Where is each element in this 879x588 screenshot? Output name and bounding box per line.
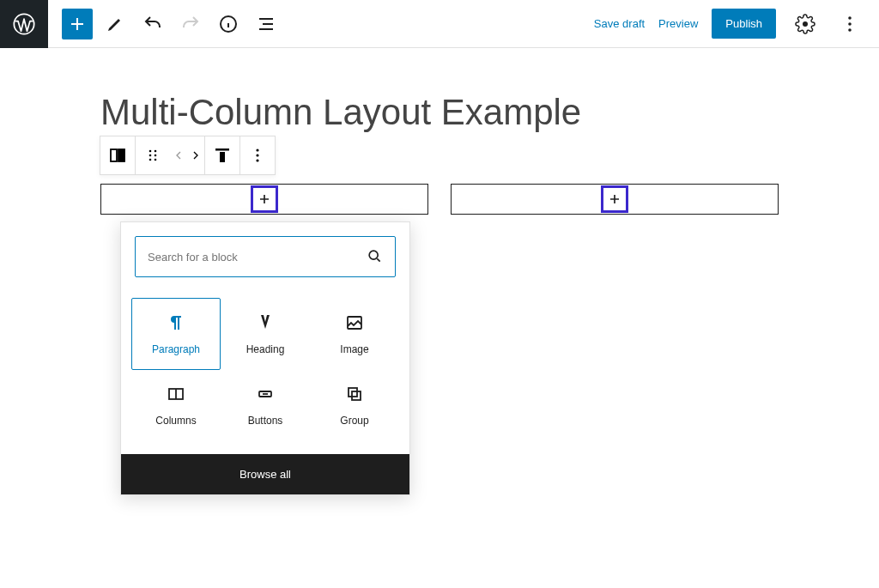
svg-point-9 <box>149 155 152 157</box>
columns-block[interactable] <box>100 184 779 215</box>
add-block-button[interactable] <box>62 9 93 39</box>
column-add-button[interactable] <box>251 185 278 213</box>
svg-point-12 <box>155 159 157 161</box>
svg-point-11 <box>149 159 152 161</box>
move-down-button[interactable] <box>187 136 204 174</box>
info-button[interactable] <box>213 9 244 39</box>
svg-rect-6 <box>118 149 124 161</box>
editor-canvas: Multi-Column Layout Example <box>0 48 879 215</box>
svg-rect-14 <box>220 152 225 162</box>
column-2[interactable] <box>451 184 779 215</box>
editor-top-bar: Save draft Preview Publish <box>0 0 879 48</box>
save-draft-link[interactable]: Save draft <box>594 17 645 30</box>
svg-point-0 <box>14 14 33 33</box>
column-1[interactable] <box>100 184 428 215</box>
settings-button[interactable] <box>790 9 821 39</box>
outline-button[interactable] <box>251 9 282 39</box>
svg-point-16 <box>256 154 258 156</box>
align-button[interactable] <box>205 136 239 174</box>
wordpress-logo[interactable] <box>0 0 48 48</box>
svg-point-7 <box>149 150 152 153</box>
post-title[interactable]: Multi-Column Layout Example <box>100 91 779 134</box>
svg-point-4 <box>848 28 852 32</box>
svg-point-17 <box>256 159 258 161</box>
publish-button[interactable]: Publish <box>712 9 776 39</box>
topbar-right-actions: Save draft Preview Publish <box>594 9 879 39</box>
redo-button[interactable] <box>175 9 206 39</box>
svg-point-15 <box>256 149 258 151</box>
block-more-button[interactable] <box>240 136 275 174</box>
svg-rect-5 <box>111 149 117 161</box>
svg-point-10 <box>155 155 157 157</box>
block-toolbar <box>100 136 276 175</box>
svg-point-3 <box>848 22 852 26</box>
column-add-button[interactable] <box>601 185 628 213</box>
svg-rect-13 <box>215 149 229 151</box>
svg-point-8 <box>155 150 157 153</box>
more-options-button[interactable] <box>834 9 865 39</box>
drag-handle[interactable] <box>136 136 170 174</box>
preview-link[interactable]: Preview <box>658 17 698 30</box>
topbar-left-tools <box>48 9 282 39</box>
move-up-button[interactable] <box>170 136 187 174</box>
block-type-button[interactable] <box>100 136 135 174</box>
svg-point-2 <box>848 16 852 20</box>
undo-button[interactable] <box>137 9 168 39</box>
edit-tool-button[interactable] <box>100 9 130 39</box>
